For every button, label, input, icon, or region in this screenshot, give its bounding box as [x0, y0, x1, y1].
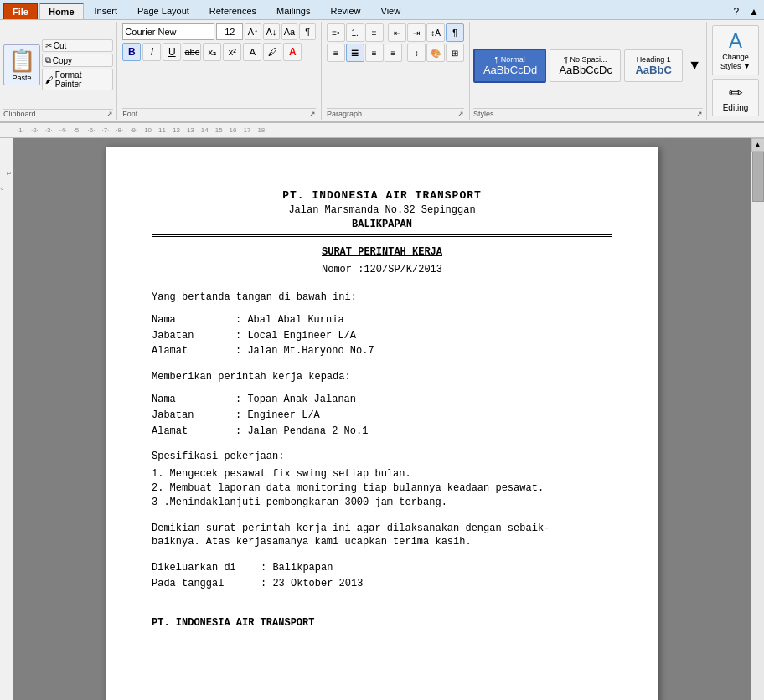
spesifikasi-1: 1. Mengecek pesawat fix swing setiap bul… [152, 467, 612, 481]
left-ruler: 123456789101112131415 [0, 138, 13, 700]
receiver-nama: Nama : Topan Anak Jalanan [152, 393, 612, 407]
ruler: ·1··2··3··4··5··6··7··8··9·1011121314151… [0, 123, 764, 138]
format-painter-button[interactable]: 🖌Format Painter [42, 69, 114, 90]
ribbon-content: 📋 Paste ✂Cut ⧉Copy 🖌Format Painter Clipb… [0, 20, 764, 123]
multilevel-button[interactable]: ≡ [365, 23, 384, 42]
showhide-para-button[interactable]: ¶ [446, 23, 464, 42]
editing-button[interactable]: ✏ Editing [712, 79, 759, 116]
bullets-button[interactable]: ≡• [327, 23, 345, 42]
penutup-text: Demikian surat perintah kerja ini agar d… [152, 522, 612, 550]
receiver-jabatan: Jabatan : Engineer L/A [152, 409, 612, 423]
font-group: A↑ A↓ Aa ¶ B I U abc x₂ x² A 🖊 A Font↗ [117, 22, 322, 120]
paste-label: Paste [12, 74, 31, 82]
styles-more-button[interactable]: ▼ [686, 56, 703, 75]
align-center-button[interactable]: ☰ [346, 44, 364, 62]
tab-file[interactable]: File [3, 3, 38, 19]
tab-home[interactable]: Home [39, 3, 84, 19]
tab-view[interactable]: View [372, 3, 410, 19]
doc-page: PT. INDONESIA AIR TRANSPORT Jalan Marsma… [106, 147, 658, 700]
align-left-button[interactable]: ≡ [327, 44, 345, 62]
clear-format-button[interactable]: Aa [281, 23, 298, 40]
tab-references[interactable]: References [200, 3, 266, 19]
doc-scroll[interactable]: PT. INDONESIA AIR TRANSPORT Jalan Marsma… [13, 138, 751, 700]
clipboard-group: 📋 Paste ✂Cut ⧉Copy 🖌Format Painter Clipb… [0, 22, 117, 120]
style-heading1-button[interactable]: Heading 1 AaBbC [624, 49, 683, 82]
separator-line [152, 234, 612, 237]
change-styles-button[interactable]: A Change Styles ▼ [712, 25, 759, 75]
intro-text: Yang bertanda tangan di bawah ini: [152, 291, 612, 305]
paragraph-group-label: Paragraph↗ [327, 108, 464, 118]
surat-title: SURAT PERINTAH KERJA [152, 245, 612, 260]
scroll-thumb[interactable] [752, 152, 764, 202]
company-address: Jalan Marsmanda No.32 Sepinggan [152, 203, 612, 218]
style-nospace-button[interactable]: ¶ No Spaci... AaBbCcDc [550, 49, 621, 82]
numbering-button[interactable]: 1. [346, 23, 364, 42]
dikeluarkan-row: Dikeluarkan di : Balikpapan [152, 561, 612, 575]
issuer-jabatan: Jabatan : Local Engineer L/A [152, 329, 612, 343]
document-area: 123456789101112131415 PT. INDONESIA AIR … [0, 138, 764, 700]
spesifikasi-3: 3 .Menindaklanjuti pembongkaran 3000 jam… [152, 496, 612, 510]
justify-button[interactable]: ≡ [385, 44, 403, 62]
show-hide-button[interactable]: ¶ [299, 23, 316, 40]
bridge-text: Memberikan perintah kerja kepada: [152, 370, 612, 384]
issuer-nama: Nama : Abal Abal Kurnia [152, 313, 612, 327]
scroll-up-button[interactable]: ▲ [751, 138, 765, 152]
increase-indent-button[interactable]: ⇥ [407, 23, 426, 42]
font-color-button[interactable]: A [283, 43, 302, 61]
highlight-button[interactable]: 🖊 [263, 43, 281, 61]
tab-insert[interactable]: Insert [85, 3, 127, 19]
paragraph-group: ≡• 1. ≡ ⇤ ⇥ ↕A ¶ ≡ ☰ ≡ ≡ ↕ 🎨 ⊞ Paragraph… [322, 22, 470, 120]
underline-button[interactable]: U [163, 43, 181, 61]
scroll-track[interactable] [751, 152, 765, 700]
doc-header: PT. INDONESIA AIR TRANSPORT Jalan Marsma… [152, 188, 612, 232]
company-city: BALIKPAPAN [152, 218, 612, 232]
style-normal-button[interactable]: ¶ Normal AaBbCcDd [473, 49, 546, 83]
shading-button[interactable]: 🎨 [426, 44, 445, 62]
align-right-button[interactable]: ≡ [365, 44, 384, 62]
paste-button[interactable]: 📋 Paste [3, 44, 40, 85]
line-spacing-button[interactable]: ↕ [407, 44, 426, 62]
tanggal-row: Pada tanggal : 23 Oktober 2013 [152, 577, 612, 591]
footer-company: PT. INDONESIA AIR TRANSPORT [152, 616, 612, 631]
ribbon-tabs-bar: File Home Insert Page Layout References … [0, 0, 764, 20]
spesifikasi-title: Spesifikasi pekerjaan: [152, 450, 612, 464]
styles-group-label: Styles↗ [473, 108, 703, 118]
text-effects-button[interactable]: A [243, 43, 261, 61]
issuer-alamat: Alamat : Jalan Mt.Haryono No.7 [152, 344, 612, 358]
editing-icon: ✏ [729, 83, 743, 103]
editing-label: Editing [723, 103, 749, 112]
tab-review[interactable]: Review [321, 3, 369, 19]
tab-mailings[interactable]: Mailings [267, 3, 319, 19]
tab-page-layout[interactable]: Page Layout [128, 3, 199, 19]
scrollbar[interactable]: ▲ ▼ [751, 138, 764, 700]
font-group-label: Font↗ [122, 108, 316, 118]
receiver-alamat: Alamat : Jalan Pendana 2 No.1 [152, 425, 612, 439]
help-button[interactable]: ? [728, 4, 744, 19]
font-name-select[interactable] [122, 23, 214, 40]
bold-button[interactable]: B [122, 43, 141, 61]
superscript-button[interactable]: x² [223, 43, 241, 61]
paste-icon: 📋 [8, 48, 35, 74]
company-name: PT. INDONESIA AIR TRANSPORT [152, 188, 612, 203]
decrease-indent-button[interactable]: ⇤ [388, 23, 406, 42]
subscript-button[interactable]: x₂ [203, 43, 221, 61]
styles-group: ¶ Normal AaBbCcDd ¶ No Spaci... AaBbCcDc… [470, 22, 707, 120]
italic-button[interactable]: I [142, 43, 161, 61]
font-size-select[interactable] [216, 23, 243, 40]
cut-button[interactable]: ✂Cut [42, 39, 114, 52]
strikethrough-button[interactable]: abc [183, 43, 201, 61]
change-styles-icon: A [729, 29, 742, 53]
close-ribbon-button[interactable]: ▲ [744, 4, 764, 19]
copy-button[interactable]: ⧉Copy [42, 54, 114, 67]
increase-font-button[interactable]: A↑ [245, 23, 261, 40]
decrease-font-button[interactable]: A↓ [263, 23, 280, 40]
sort-button[interactable]: ↕A [426, 23, 445, 42]
spesifikasi-2: 2. Membuat laporan data monitoring tiap … [152, 481, 612, 496]
clipboard-group-label: Clipboard↗ [3, 109, 113, 118]
borders-button[interactable]: ⊞ [446, 44, 464, 62]
surat-nomor: Nomor :120/SP/K/2013 [152, 263, 612, 277]
change-styles-label: Change Styles ▼ [716, 53, 755, 71]
